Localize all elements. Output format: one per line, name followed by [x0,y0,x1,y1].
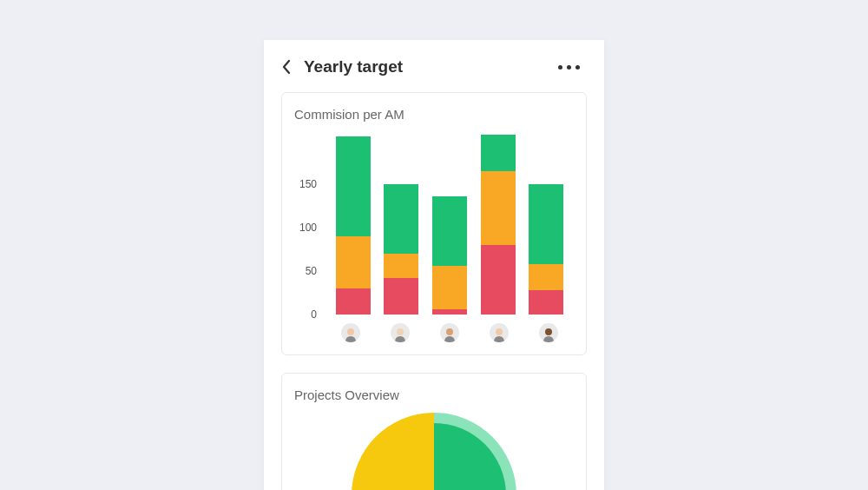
svg-point-0 [347,328,354,335]
bar-segment [336,236,371,288]
bar-segment [432,309,467,315]
pie-inner-ring [362,423,506,490]
chevron-left-icon [281,59,292,75]
bar-segment [481,171,516,245]
app-header: Yearly target [264,40,604,92]
y-tick-label: 50 [306,265,317,277]
bar-column [336,136,371,315]
card-commission-per-am: Commision per AM 050100150 [281,92,587,355]
bar-segment [336,136,371,236]
bar-segment [336,288,371,315]
bar-segment [481,245,516,315]
y-axis: 050100150 [294,132,326,315]
bar-segment [481,135,516,171]
bar-segment [529,290,563,315]
plot-area [326,132,574,315]
avatar [490,323,509,342]
y-tick-label: 0 [311,308,317,321]
y-tick-label: 100 [299,222,317,234]
bar-segment [432,266,467,309]
bar-segment [384,278,418,315]
bar-column [481,135,516,315]
header-left: Yearly target [279,57,403,76]
avatar [539,323,558,342]
svg-point-3 [496,328,503,335]
card-projects-overview: Projects Overview [281,373,587,490]
bar-segment [384,184,418,254]
avatar [440,323,459,342]
more-button[interactable] [555,62,583,73]
bar-column [529,184,563,315]
avatar [391,323,410,342]
svg-point-4 [545,328,552,335]
bar-segment [432,196,467,266]
card-title: Commision per AM [294,107,574,122]
x-axis-avatars [294,323,574,342]
avatar [341,323,360,342]
svg-point-2 [446,328,453,335]
bar-column [384,184,418,315]
bar-segment [529,184,563,264]
back-button[interactable] [279,57,293,76]
more-dots-icon [567,65,571,70]
app-frame: Yearly target Commision per AM 050100150… [264,40,604,490]
svg-point-1 [397,328,404,335]
bar-segment [529,264,563,290]
bar-chart: 050100150 [294,132,574,315]
pie-chart [294,413,574,490]
bar-column [432,196,467,315]
y-tick-label: 150 [299,178,317,190]
bar-segment [384,254,418,278]
more-dots-icon [558,65,562,70]
card-title: Projects Overview [294,387,574,402]
more-dots-icon [575,65,580,70]
page-title: Yearly target [304,57,403,76]
